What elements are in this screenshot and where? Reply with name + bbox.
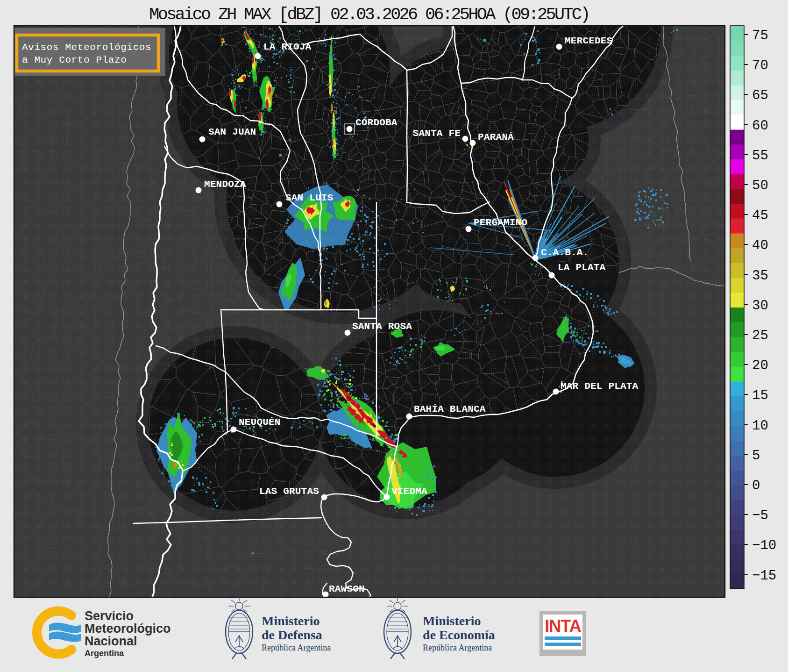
svg-text:Argentina: Argentina bbox=[85, 649, 124, 658]
svg-text:a Muy Corto Plazo: a Muy Corto Plazo bbox=[22, 55, 127, 65]
svg-text:MAR DEL PLATA: MAR DEL PLATA bbox=[561, 381, 639, 392]
svg-text:SANTA ROSA: SANTA ROSA bbox=[352, 321, 412, 332]
svg-text:SAN LUIS: SAN LUIS bbox=[285, 193, 333, 203]
svg-text:C.A.B.A.: C.A.B.A. bbox=[541, 247, 589, 258]
svg-text:Ministerio: Ministerio bbox=[423, 614, 481, 628]
svg-text:60: 60 bbox=[752, 118, 768, 134]
svg-text:NEUQUÉN: NEUQUÉN bbox=[239, 417, 281, 428]
svg-text:República Argentina: República Argentina bbox=[262, 643, 331, 652]
svg-text:PARANÁ: PARANÁ bbox=[478, 132, 514, 143]
svg-text:35: 35 bbox=[752, 268, 768, 284]
svg-text:SANTA FE: SANTA FE bbox=[413, 128, 461, 139]
svg-text:BAHÍA BLANCA: BAHÍA BLANCA bbox=[414, 404, 486, 415]
svg-text:Servicio: Servicio bbox=[85, 609, 134, 623]
svg-text:VIEDMA: VIEDMA bbox=[391, 486, 427, 497]
svg-text:PERGAMINO: PERGAMINO bbox=[474, 217, 527, 228]
svg-text:CÓRDOBA: CÓRDOBA bbox=[355, 117, 398, 128]
svg-text:República Argentina: República Argentina bbox=[423, 643, 492, 652]
svg-text:15: 15 bbox=[752, 388, 768, 403]
svg-text:0: 0 bbox=[752, 478, 760, 493]
svg-text:de Economía: de Economía bbox=[423, 628, 495, 642]
svg-text:INTA: INTA bbox=[545, 616, 581, 636]
svg-text:LAS GRUTAS: LAS GRUTAS bbox=[259, 486, 319, 497]
svg-text:Avisos Meteorológicos: Avisos Meteorológicos bbox=[22, 42, 151, 53]
svg-text:5: 5 bbox=[752, 448, 760, 464]
svg-text:−15: −15 bbox=[752, 568, 776, 584]
svg-text:10: 10 bbox=[752, 418, 768, 434]
svg-text:Mosaico ZH MAX [dBZ] 02.03.202: Mosaico ZH MAX [dBZ] 02.03.2026 06:25HOA… bbox=[149, 5, 589, 24]
svg-text:−5: −5 bbox=[752, 508, 768, 523]
svg-text:Meteorológico: Meteorológico bbox=[85, 622, 171, 636]
svg-text:40: 40 bbox=[752, 238, 768, 253]
svg-text:55: 55 bbox=[752, 148, 768, 164]
svg-text:de Defensa: de Defensa bbox=[262, 628, 322, 642]
svg-text:65: 65 bbox=[752, 88, 768, 103]
svg-text:70: 70 bbox=[752, 58, 768, 73]
svg-text:RAWSON: RAWSON bbox=[329, 584, 365, 594]
svg-text:20: 20 bbox=[752, 358, 768, 373]
svg-text:45: 45 bbox=[752, 208, 768, 223]
svg-text:Nacional: Nacional bbox=[85, 634, 137, 648]
svg-text:LA PLATA: LA PLATA bbox=[558, 262, 606, 273]
svg-text:30: 30 bbox=[752, 298, 768, 314]
svg-text:MERCEDES: MERCEDES bbox=[565, 36, 612, 46]
svg-text:LA RIOJA: LA RIOJA bbox=[263, 42, 312, 52]
svg-text:50: 50 bbox=[752, 178, 768, 193]
svg-text:25: 25 bbox=[752, 328, 768, 343]
svg-text:SAN JUAN: SAN JUAN bbox=[208, 127, 256, 137]
svg-text:MENDOZA: MENDOZA bbox=[204, 179, 246, 190]
svg-text:−10: −10 bbox=[752, 538, 776, 553]
svg-text:75: 75 bbox=[752, 28, 768, 43]
svg-text:Ministerio: Ministerio bbox=[262, 614, 319, 628]
